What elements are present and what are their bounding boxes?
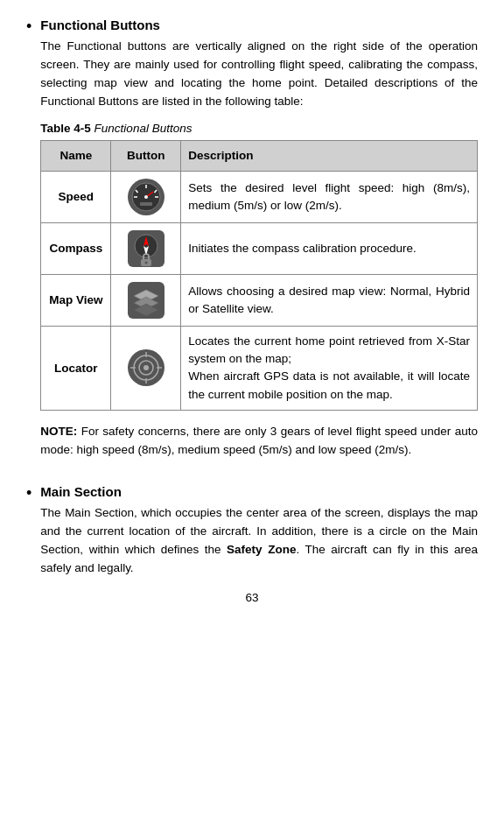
table-row-locator: Locator xyxy=(41,326,478,410)
table-caption-italic: Functional Buttons xyxy=(94,122,192,135)
row-compass-button xyxy=(111,222,181,274)
functional-buttons-table: Name Button Description Speed xyxy=(40,140,478,411)
row-speed-desc: Sets the desired level flight speed: hig… xyxy=(181,171,478,222)
table-caption-bold: Table 4-5 xyxy=(40,122,91,135)
locator-desc-text: Locates the current home point retrieved… xyxy=(188,334,470,401)
locator-icon-box xyxy=(118,348,173,387)
row-locator-button xyxy=(111,326,181,410)
table-header-description: Description xyxy=(181,140,478,171)
row-compass-name: Compass xyxy=(41,222,111,274)
bullet-dot-2: • xyxy=(26,484,32,503)
table-row-compass: Compass xyxy=(41,222,478,274)
svg-point-23 xyxy=(144,365,149,370)
note-text: For safety concerns, there are only 3 ge… xyxy=(40,425,478,456)
page-number: 63 xyxy=(26,591,478,604)
section2-body: The Main Section, which occupies the cen… xyxy=(40,504,478,578)
safety-zone-text: Safety Zone xyxy=(227,543,296,556)
row-mapview-name: Map View xyxy=(41,274,111,326)
section2-container: • Main Section The Main Section, which o… xyxy=(26,484,478,578)
section1-container: • Functional Buttons The Functional butt… xyxy=(26,18,478,475)
note-label: NOTE: xyxy=(40,425,77,438)
note-block: NOTE: For safety concerns, there are onl… xyxy=(40,423,478,460)
section1-title: Functional Buttons xyxy=(40,18,478,32)
table-row-speed: Speed xyxy=(41,171,478,222)
row-locator-name: Locator xyxy=(41,326,111,410)
section1-body: The Functional buttons are vertically al… xyxy=(40,38,478,111)
row-mapview-desc: Allows choosing a desired map view: Norm… xyxy=(181,274,478,326)
compass-icon xyxy=(127,229,165,268)
row-compass-desc: Initiates the compass calibration proced… xyxy=(181,222,478,274)
table-caption: Table 4-5 Functional Buttons xyxy=(40,122,478,135)
locator-icon xyxy=(127,348,165,387)
table-header-name: Name xyxy=(41,140,111,171)
row-mapview-button xyxy=(111,274,181,326)
table-header-button: Button xyxy=(111,140,181,171)
mapview-icon xyxy=(127,281,165,320)
mapview-icon-box xyxy=(118,281,173,320)
svg-point-15 xyxy=(144,261,147,264)
row-speed-name: Speed xyxy=(41,171,111,222)
row-speed-button xyxy=(111,171,181,222)
bullet-dot-1: • xyxy=(26,18,32,36)
table-row-mapview: Map View Allows choosing a xyxy=(41,274,478,326)
svg-rect-9 xyxy=(140,202,152,206)
svg-point-8 xyxy=(144,195,148,199)
speed-icon xyxy=(127,178,165,216)
row-locator-desc: Locates the current home point retrieved… xyxy=(181,326,478,410)
speed-icon-box xyxy=(118,178,173,216)
section2-title: Main Section xyxy=(40,484,478,499)
compass-icon-box xyxy=(118,229,173,268)
